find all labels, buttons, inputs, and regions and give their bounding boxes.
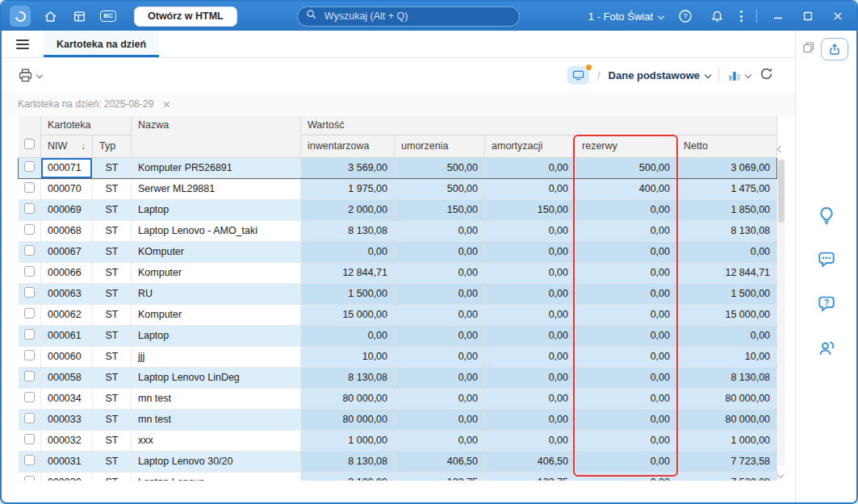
cell-inwentarzowa[interactable]: 8 130,08 xyxy=(301,451,395,472)
maximize-button[interactable] xyxy=(799,7,817,25)
menu-hamburger-icon[interactable] xyxy=(13,36,32,52)
workspace-icon[interactable] xyxy=(567,66,589,85)
table-row[interactable]: 000058STLaptop Lenovo LinDeg8 130,080,00… xyxy=(19,367,777,388)
more-options-icon[interactable] xyxy=(739,9,744,23)
cell-niw[interactable]: 000062 xyxy=(41,304,93,325)
minimize-button[interactable] xyxy=(769,7,787,25)
view-selector-dropdown[interactable]: Dane podstawowe xyxy=(609,69,710,81)
cell-umorzenia[interactable]: 406,50 xyxy=(395,451,485,472)
cell-netto[interactable]: 0,00 xyxy=(677,241,777,262)
cell-typ[interactable]: ST xyxy=(93,262,132,283)
cell-amortyzacji[interactable]: 150,00 xyxy=(485,199,575,220)
cell-typ[interactable]: ST xyxy=(93,220,132,241)
cell-nazwa[interactable]: Serwer ML29881 xyxy=(132,178,301,199)
chart-view-button[interactable] xyxy=(727,68,751,82)
cell-netto[interactable]: 3 069,00 xyxy=(677,157,777,178)
cell-amortyzacji[interactable]: 0,00 xyxy=(485,178,575,199)
cell-niw[interactable]: 000066 xyxy=(41,262,93,283)
cell-netto[interactable]: 80 000,00 xyxy=(677,409,777,430)
table-row[interactable]: 000030STLaptop Lenovo3 100,00123,75123,7… xyxy=(19,472,777,481)
cell-typ[interactable]: ST xyxy=(93,325,132,346)
table-row[interactable]: 000032STxxx1 000,000,000,000,001 000,00 xyxy=(19,430,777,451)
cell-typ[interactable]: ST xyxy=(93,241,132,262)
row-checkbox[interactable] xyxy=(24,371,35,381)
cell-niw[interactable]: 000033 xyxy=(41,409,93,430)
cell-inwentarzowa[interactable]: 2 000,00 xyxy=(301,199,395,220)
column-header-typ[interactable]: Typ xyxy=(93,135,132,157)
cell-niw[interactable]: 000032 xyxy=(41,430,93,451)
cell-niw[interactable]: 000061 xyxy=(41,325,93,346)
cell-typ[interactable]: ST xyxy=(93,451,132,472)
cell-inwentarzowa[interactable]: 15 000,00 xyxy=(301,304,395,325)
cell-umorzenia[interactable]: 500,00 xyxy=(395,157,485,178)
cell-netto[interactable]: 7 723,58 xyxy=(677,451,777,472)
cell-niw[interactable]: 000067 xyxy=(41,241,93,262)
cell-amortyzacji[interactable]: 0,00 xyxy=(485,241,575,262)
cell-nazwa[interactable]: mn test xyxy=(132,409,301,430)
vertical-scrollbar[interactable] xyxy=(776,116,786,481)
filter-chip-close-icon[interactable] xyxy=(161,98,172,110)
row-checkbox[interactable] xyxy=(24,434,35,444)
cell-netto[interactable]: 8 130,08 xyxy=(677,220,777,241)
column-header-amortyzacji[interactable]: amortyzacji xyxy=(485,135,575,157)
help-bubble-icon[interactable]: ? xyxy=(815,293,838,315)
cell-amortyzacji[interactable]: 123,75 xyxy=(485,472,575,481)
cell-typ[interactable]: ST xyxy=(93,199,132,220)
cell-netto[interactable]: 1 850,00 xyxy=(677,199,777,220)
cell-niw[interactable]: 000069 xyxy=(41,199,93,220)
select-all-checkbox[interactable] xyxy=(24,139,35,149)
cell-nazwa[interactable]: jjj xyxy=(132,346,301,367)
cell-netto[interactable]: 15 000,00 xyxy=(677,304,777,325)
column-header-inwentarzowa[interactable]: inwentarzowa xyxy=(301,135,395,157)
cell-typ[interactable]: ST xyxy=(93,430,132,451)
cell-netto[interactable]: 12 844,71 xyxy=(677,262,777,283)
cell-nazwa[interactable]: KOmputer xyxy=(132,241,301,262)
cell-niw[interactable]: 000060 xyxy=(41,346,93,367)
cell-rezerwy[interactable]: 0,00 xyxy=(575,241,677,262)
cell-rezerwy[interactable]: 0,00 xyxy=(575,451,677,472)
cell-rezerwy[interactable]: 0,00 xyxy=(575,472,677,481)
cell-inwentarzowa[interactable]: 80 000,00 xyxy=(301,409,395,430)
print-button[interactable] xyxy=(18,68,42,83)
cell-amortyzacji[interactable]: 0,00 xyxy=(485,367,575,388)
cell-netto[interactable]: 7 520,08 xyxy=(677,472,777,481)
cell-rezerwy[interactable]: 0,00 xyxy=(575,367,677,388)
close-button[interactable] xyxy=(829,7,847,25)
cell-rezerwy[interactable]: 0,00 xyxy=(575,388,677,409)
row-checkbox[interactable] xyxy=(24,329,35,339)
cell-amortyzacji[interactable]: 0,00 xyxy=(485,220,575,241)
row-checkbox[interactable] xyxy=(24,203,35,214)
cell-nazwa[interactable]: RU xyxy=(132,283,301,304)
cell-amortyzacji[interactable]: 0,00 xyxy=(485,304,575,325)
bc-module-icon[interactable]: BC xyxy=(98,6,118,26)
cell-typ[interactable]: ST xyxy=(93,472,132,481)
cell-niw[interactable]: 000034 xyxy=(41,388,93,409)
cell-niw[interactable]: 000031 xyxy=(41,451,93,472)
table-row[interactable]: 000033STmn test80 000,000,000,000,0080 0… xyxy=(19,409,777,430)
cell-nazwa[interactable]: Laptop Lenovo - AMO_taki xyxy=(132,220,301,241)
group-header-kartoteka[interactable]: Kartoteka xyxy=(41,116,132,135)
cell-rezerwy[interactable]: 500,00 xyxy=(575,157,677,178)
cell-nazwa[interactable]: Laptop xyxy=(132,199,301,220)
cell-nazwa[interactable]: mn test xyxy=(132,388,301,409)
cell-amortyzacji[interactable]: 0,00 xyxy=(485,409,575,430)
cell-nazwa[interactable]: Laptop Lenovo xyxy=(132,472,301,481)
cell-inwentarzowa[interactable]: 0,00 xyxy=(301,325,395,346)
cell-umorzenia[interactable]: 0,00 xyxy=(395,388,485,409)
cell-inwentarzowa[interactable]: 12 844,71 xyxy=(301,262,395,283)
column-header-netto[interactable]: Netto xyxy=(677,135,777,157)
cell-umorzenia[interactable]: 0,00 xyxy=(395,325,485,346)
row-checkbox[interactable] xyxy=(24,287,35,298)
cell-niw[interactable]: 000030 xyxy=(41,472,93,481)
table-row[interactable]: 000066STKomputer12 844,710,000,000,0012 … xyxy=(19,262,777,283)
cell-typ[interactable]: ST xyxy=(93,157,132,178)
cell-umorzenia[interactable]: 0,00 xyxy=(395,241,485,262)
cell-umorzenia[interactable]: 0,00 xyxy=(395,346,485,367)
cell-niw[interactable]: 000071 xyxy=(41,157,93,178)
copy-panels-icon[interactable] xyxy=(802,41,815,57)
cell-typ[interactable]: ST xyxy=(93,409,132,430)
scrollbar-thumb[interactable] xyxy=(778,160,785,223)
table-row[interactable]: 000069STLaptop2 000,00150,00150,000,001 … xyxy=(19,199,777,220)
cell-umorzenia[interactable]: 0,00 xyxy=(395,367,485,388)
row-checkbox[interactable] xyxy=(24,224,35,235)
